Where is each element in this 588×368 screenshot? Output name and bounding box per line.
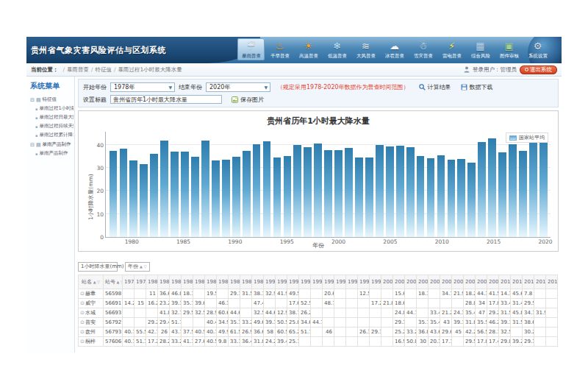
bar-1983[interactable]	[160, 141, 168, 237]
col-header-year-2013[interactable]: 2013	[534, 275, 546, 289]
sort-asc-icon[interactable]: ▲	[140, 264, 143, 269]
col-header-year-1983[interactable]: 1983	[182, 275, 193, 289]
bar-1992[interactable]	[253, 144, 261, 237]
nav-wind[interactable]: ≋大风普查	[352, 38, 379, 60]
bar-1996[interactable]	[293, 145, 301, 237]
col-header-year-2014[interactable]: 2014	[546, 275, 558, 289]
nav-map-review[interactable]: ▣图件审核	[495, 38, 523, 60]
bar-2017[interactable]	[509, 144, 517, 237]
col-header-year-1995[interactable]: 1995	[323, 275, 334, 289]
bar-2002[interactable]	[355, 158, 363, 237]
bar-1999[interactable]	[324, 150, 332, 237]
bar-2019[interactable]	[529, 135, 537, 237]
bar-1994[interactable]	[273, 158, 282, 237]
col-header-year-1991[interactable]: 1991	[276, 275, 287, 289]
year-filter[interactable]: 年份 ▲ ▽	[125, 262, 150, 272]
col-header-year-1998[interactable]: 1998	[358, 275, 370, 289]
bar-2014[interactable]	[478, 142, 486, 237]
col-header-year-2006[interactable]: 2006	[452, 275, 464, 289]
nav-drought[interactable]: ♨干旱普查	[266, 38, 293, 60]
col-header-year-2008[interactable]: 2008	[476, 275, 487, 289]
sidebar-item[interactable]: ▪暴雨产品制作	[35, 150, 74, 157]
chart-legend[interactable]: 国家站平均	[506, 132, 548, 143]
bar-2018[interactable]	[519, 151, 527, 237]
col-header-year-2002[interactable]: 2002	[405, 275, 417, 289]
bar-1998[interactable]	[314, 144, 322, 237]
bar-1995[interactable]	[284, 156, 292, 237]
bar-1990[interactable]	[232, 157, 240, 237]
bar-2001[interactable]	[345, 148, 353, 237]
bar-1989[interactable]	[222, 160, 230, 237]
filter-funnel-icon[interactable]: ▽	[96, 280, 100, 284]
logout-button[interactable]: 退出系统	[520, 66, 557, 74]
chart-title-input[interactable]	[110, 95, 222, 104]
bar-2012[interactable]	[457, 159, 465, 237]
sidebar-group[interactable]: ⊟▤特征值	[30, 96, 74, 103]
row-expand-icon[interactable]: ⊙	[80, 291, 85, 297]
col-header-year-2011[interactable]: 2011	[511, 275, 523, 289]
col-header-year-1989[interactable]: 1989	[252, 275, 264, 289]
row-expand-icon[interactable]: ⊙	[80, 300, 85, 306]
bar-1979[interactable]	[120, 149, 128, 237]
bar-1987[interactable]	[201, 141, 209, 237]
col-header-year-2000[interactable]: 2000	[381, 275, 393, 289]
col-header-year-1992[interactable]: 1992	[287, 275, 299, 289]
col-header-year-2010[interactable]: 2010	[499, 275, 511, 289]
col-header-year-1984[interactable]: 1984	[193, 275, 205, 289]
breadcrumb-item[interactable]: 特征值	[96, 66, 112, 73]
bar-1978[interactable]	[110, 151, 118, 237]
sidebar-group[interactable]: ⊟▤暴雨产品制作	[30, 141, 74, 148]
col-header-year-1982[interactable]: 1982	[170, 275, 182, 289]
col-header-year-2007[interactable]: 2007	[464, 275, 476, 289]
nav-snow-disaster[interactable]: ☃雪灾普查	[409, 38, 437, 60]
col-header-year-2001[interactable]: 2001	[393, 275, 405, 289]
col-header-year-1986[interactable]: 1986	[217, 275, 229, 289]
col-header-year-2003[interactable]: 2003	[417, 275, 429, 289]
start-year-select[interactable]: 1978年▼	[110, 82, 175, 92]
bar-1984[interactable]	[171, 152, 179, 237]
bar-2005[interactable]	[386, 146, 394, 237]
bar-1993[interactable]	[263, 141, 271, 237]
col-header-year-1987[interactable]: 1987	[229, 275, 240, 289]
nav-hail[interactable]: ☁冰雹普查	[381, 38, 408, 60]
breadcrumb-item[interactable]: 暴雨普查	[67, 66, 89, 73]
col-header-year-2004[interactable]: 2004	[429, 275, 440, 289]
bar-2004[interactable]	[376, 145, 384, 237]
calculate-button[interactable]: 计算结果	[419, 83, 451, 91]
col-header-year-2005[interactable]: 2005	[440, 275, 452, 289]
bar-2006[interactable]	[396, 146, 404, 237]
bar-2000[interactable]	[334, 150, 343, 237]
nav-high-temp[interactable]: ☀高温普查	[295, 38, 322, 60]
col-header-year-1980[interactable]: 1980	[146, 275, 158, 289]
row-expand-icon[interactable]: ⊙	[80, 319, 85, 325]
bar-2015[interactable]	[488, 138, 496, 237]
sidebar-item[interactable]: ▪暴雨过程1小时最大降水量	[35, 105, 74, 112]
col-header-year-2009[interactable]: 2009	[487, 275, 499, 289]
bar-1985[interactable]	[181, 152, 189, 237]
filter-funnel-icon[interactable]: ▽	[144, 264, 147, 269]
bar-1991[interactable]	[243, 151, 251, 237]
tree-collapse-icon[interactable]: ⊟	[30, 97, 35, 103]
download-button[interactable]: 数据下载	[461, 83, 493, 91]
sidebar-item[interactable]: ▪暴雨过程累计降水量	[35, 132, 74, 138]
nav-rainstorm[interactable]: ☔暴雨普查	[237, 38, 265, 60]
bar-1997[interactable]	[304, 147, 312, 237]
tree-collapse-icon[interactable]: ⊟	[30, 142, 35, 148]
col-header-year-1997[interactable]: 1997	[346, 275, 358, 289]
col-header-year-1978[interactable]: 1978	[123, 275, 135, 289]
col-header-year-1990[interactable]: 1990	[264, 275, 276, 289]
bar-1986[interactable]	[191, 157, 199, 237]
col-header-year-1979[interactable]: 1979	[135, 275, 146, 289]
col-header-year-2012[interactable]: 2012	[523, 275, 534, 289]
col-header-year-1999[interactable]: 1999	[370, 275, 381, 289]
col-header-year-1994[interactable]: 1994	[311, 275, 323, 289]
bar-2010[interactable]	[437, 155, 445, 237]
bar-1988[interactable]	[212, 160, 220, 237]
bar-2020[interactable]	[539, 136, 548, 237]
col-header-year-1981[interactable]: 1981	[158, 275, 170, 289]
save-image-button[interactable]: 保存图片	[232, 96, 264, 104]
nav-settings[interactable]: ⚙系统设置	[524, 38, 551, 60]
col-header-year-1993[interactable]: 1993	[299, 275, 311, 289]
sidebar-item[interactable]: ▪暴雨过程日最大降水量	[35, 114, 74, 121]
bar-2003[interactable]	[365, 158, 373, 237]
